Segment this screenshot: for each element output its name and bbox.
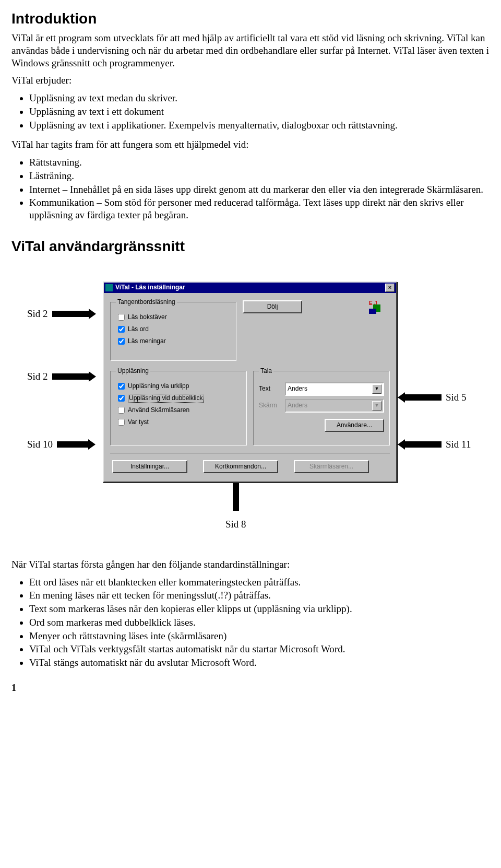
arrow-shaft xyxy=(52,373,89,380)
checkbox-be-quiet[interactable] xyxy=(118,419,125,426)
user-button[interactable]: Användare... xyxy=(325,419,384,432)
callout-label: Sid 2 xyxy=(27,308,48,320)
page-number: 1 xyxy=(11,682,16,692)
select-value: Anders xyxy=(288,385,307,393)
callout-sid2a: Sid 2 xyxy=(27,308,96,320)
checkbox-read-sentences[interactable] xyxy=(118,338,125,345)
list-item: Uppläsning av text i ett dokument xyxy=(29,105,490,118)
callout-label: Sid 5 xyxy=(446,391,467,404)
arrow-shaft xyxy=(57,441,88,448)
group-legend: Tangentbordsläsning xyxy=(116,298,177,306)
list-item: Ord som markeras med dubbelklick läses. xyxy=(29,616,490,629)
shortcuts-button[interactable]: Kortkommandon... xyxy=(203,460,278,473)
defaults-lead: När ViTal startas första gången har den … xyxy=(11,558,490,571)
list-item: Internet – Innehållet på en sida läses u… xyxy=(29,183,490,196)
callout-sid11: Sid 11 xyxy=(398,438,471,451)
group-keyboard-reading: Tangentbordsläsning Läs bokstäver Läs or… xyxy=(110,298,236,361)
checkbox-label[interactable]: Uppläsning via urklipp xyxy=(128,382,189,390)
list-item: ViTal stängs automatiskt när du avslutar… xyxy=(29,656,490,669)
checkbox-label[interactable]: Uppläsning vid dubbelklick xyxy=(128,394,204,403)
chevron-down-icon[interactable]: ▼ xyxy=(372,384,381,394)
settings-button[interactable]: Inställningar... xyxy=(112,460,187,473)
callout-sid5: Sid 5 xyxy=(398,391,467,404)
group-reading: Uppläsning Uppläsning via urklipp Uppläs… xyxy=(110,367,247,445)
arrow-shaft xyxy=(405,441,442,448)
aid-lead: ViTal har tagits fram för att fungera so… xyxy=(11,138,490,151)
arrow-right-icon xyxy=(88,439,96,450)
label-screen-voice: Skärm xyxy=(259,402,285,409)
list-item: Ett ord läses när ett blanktecken eller … xyxy=(29,576,490,589)
checkbox-label[interactable]: Läs meningar xyxy=(128,337,166,345)
aid-list: Rättstavning. Lästräning. Internet – Inn… xyxy=(11,156,490,221)
list-item: En mening läses när ett tecken för menin… xyxy=(29,589,490,602)
checkbox-clipboard-reading[interactable] xyxy=(118,383,125,390)
arrow-shaft xyxy=(52,311,89,317)
label-text-voice: Text xyxy=(259,385,285,393)
group-legend: Tala xyxy=(259,367,273,375)
arrow-left-icon xyxy=(398,392,405,403)
group-legend: Uppläsning xyxy=(116,367,150,375)
hide-button[interactable]: Dölj xyxy=(243,300,302,313)
app-icon xyxy=(105,284,113,291)
checkbox-label[interactable]: Läs ord xyxy=(128,325,149,333)
callout-label: Sid 8 xyxy=(225,518,246,531)
list-item: Uppläsning av text medan du skriver. xyxy=(29,92,490,104)
list-item: Uppläsning av text i applikationer. Exem… xyxy=(29,119,490,132)
section-heading-ui: ViTal användargränssnitt xyxy=(11,237,490,255)
arrow-right-icon xyxy=(89,371,96,382)
callout-label: Sid 11 xyxy=(446,438,471,451)
offers-lead: ViTal erbjuder: xyxy=(11,74,490,87)
callout-label: Sid 10 xyxy=(27,438,53,451)
close-button[interactable]: × xyxy=(385,284,395,292)
arrow-shaft xyxy=(405,394,442,401)
checkbox-use-screenreader[interactable] xyxy=(118,407,125,414)
settings-dialog: ViTal - Läs inställningar × Tangentbords… xyxy=(103,281,397,483)
intro-paragraph: ViTal är ett program som utvecklats för … xyxy=(11,32,490,69)
dialog-area: Sid 2 Sid 2 Sid 10 Sid 5 Sid 11 Sid 8 Vi… xyxy=(11,266,490,558)
list-item: Rättstavning. xyxy=(29,156,490,169)
chevron-down-icon: ▼ xyxy=(372,401,381,410)
list-item: Text som markeras läses när den kopieras… xyxy=(29,603,490,615)
callout-sid2b: Sid 2 xyxy=(27,370,96,383)
logo-icon: EJ xyxy=(369,300,390,316)
window-title: ViTal - Läs inställningar xyxy=(115,284,185,291)
select-screen-voice: Anders ▼ xyxy=(285,399,384,413)
checkbox-label[interactable]: Läs bokstäver xyxy=(128,313,167,321)
arrow-left-icon xyxy=(398,439,405,450)
checkbox-label[interactable]: Var tyst xyxy=(128,418,149,426)
bottom-button-row: Inställningar... Kortkommandon... Skärml… xyxy=(110,453,390,475)
select-text-voice[interactable]: Anders ▼ xyxy=(285,382,384,396)
list-item: Lästräning. xyxy=(29,170,490,182)
callout-label: Sid 2 xyxy=(27,370,48,383)
checkbox-doubleclick-reading[interactable] xyxy=(118,395,125,402)
list-item: Menyer och rättstavning läses inte (skär… xyxy=(29,630,490,642)
callout-sid10: Sid 10 xyxy=(27,438,96,451)
checkbox-read-words[interactable] xyxy=(118,326,125,333)
arrow-right-icon xyxy=(89,309,96,319)
offers-list: Uppläsning av text medan du skriver. Upp… xyxy=(11,92,490,131)
titlebar[interactable]: ViTal - Läs inställningar × xyxy=(104,283,396,293)
checkbox-label[interactable]: Använd Skärmläsaren xyxy=(128,406,189,414)
checkbox-read-letters[interactable] xyxy=(118,314,125,321)
group-speak: Tala Text Anders ▼ Skärm Anders ▼ xyxy=(253,367,390,445)
screenreader-button: Skärmläsaren... xyxy=(294,460,369,473)
defaults-list: Ett ord läses när ett blanktecken eller … xyxy=(11,576,490,669)
list-item: ViTal och ViTals verktygsfält startas au… xyxy=(29,643,490,655)
page-title: Introduktion xyxy=(11,9,490,28)
select-value: Anders xyxy=(288,402,307,409)
list-item: Kommunikation – Som stöd för personer me… xyxy=(29,196,490,221)
